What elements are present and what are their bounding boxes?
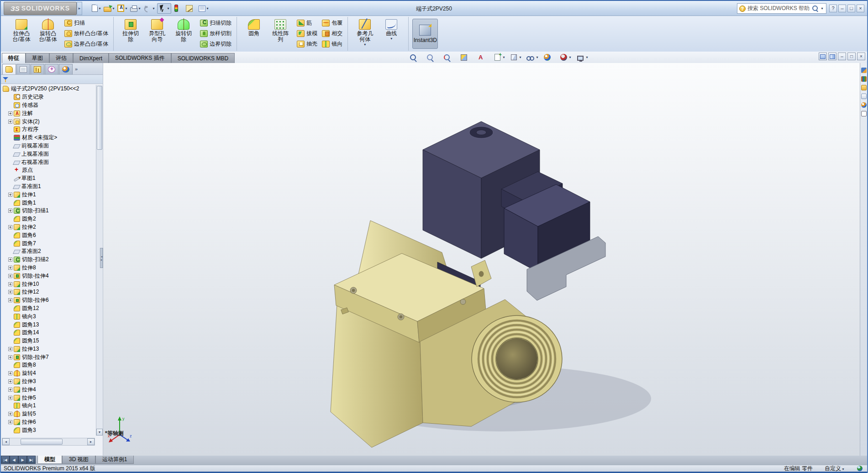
configurationmanager-tab[interactable] xyxy=(31,64,44,74)
tree-item[interactable]: 圆角3 xyxy=(3,426,95,434)
last-tab-button[interactable]: ▶| xyxy=(27,456,36,464)
propertymanager-tab[interactable] xyxy=(16,64,30,74)
boundary-cut-button[interactable]: 边界切除 xyxy=(199,39,233,49)
expand-toggle[interactable] xyxy=(8,120,12,124)
linear-pattern-button[interactable]: 线性阵 列 xyxy=(267,18,294,42)
tree-item[interactable]: 拉伸13 xyxy=(3,345,95,353)
appearances-scenes-tab[interactable] xyxy=(861,102,867,108)
loft-button[interactable]: 放样凸台/基体 xyxy=(63,28,110,38)
tree-item[interactable]: 原点 xyxy=(3,166,95,174)
viewport-split-button[interactable] xyxy=(828,53,836,60)
tree-item[interactable]: 材质 <未指定> xyxy=(3,134,95,142)
toolbar-dropdown-icon[interactable] xyxy=(166,6,170,11)
hud-dropdown-icon[interactable] xyxy=(568,55,572,59)
expand-toggle[interactable] xyxy=(8,282,12,286)
tree-item[interactable]: 圆角13 xyxy=(3,321,95,329)
tree-item[interactable]: 切除-拉伸7 xyxy=(3,353,95,361)
wrap-button[interactable]: 包覆 xyxy=(321,18,344,28)
tree-item[interactable]: 右视基准面 xyxy=(3,158,95,166)
tree-item[interactable]: 传感器 xyxy=(3,101,95,110)
undo-button[interactable] xyxy=(143,4,156,13)
tree-item[interactable]: 圆角12 xyxy=(3,305,95,313)
tree-item[interactable]: 拉伸4 xyxy=(3,385,95,394)
shell-button[interactable]: 抽壳 xyxy=(295,39,319,49)
expand-toggle[interactable] xyxy=(8,258,12,262)
revolved-cut-button[interactable]: 旋转切 除 xyxy=(170,18,197,42)
minimize-button[interactable]: – xyxy=(838,5,846,12)
doc-close-button[interactable]: × xyxy=(857,53,865,60)
view-settings-button[interactable] xyxy=(198,4,210,13)
extruded-boss-button[interactable]: 拉伸凸 台/基体 xyxy=(8,18,35,42)
tree-item[interactable]: 旋转5 xyxy=(3,410,95,418)
extruded-cut-button[interactable]: 拉伸切 除 xyxy=(117,18,144,42)
design-library-tab[interactable] xyxy=(861,76,867,82)
expand-toggle[interactable] xyxy=(8,396,12,400)
tree-item[interactable]: 拉伸12 xyxy=(3,288,95,296)
tree-item[interactable]: 圆角1 xyxy=(3,199,95,207)
threaded-port[interactable] xyxy=(472,315,562,402)
tree-item[interactable]: 圆角14 xyxy=(3,329,95,337)
options-button[interactable] xyxy=(185,4,197,13)
tree-filter-bar[interactable] xyxy=(1,75,103,84)
curves-button[interactable]: 曲线 xyxy=(378,18,405,41)
view-settings-hud-button[interactable] xyxy=(576,54,589,61)
tree-vscroll-thumb[interactable] xyxy=(97,86,102,150)
tree-vscroll-down-arrow[interactable] xyxy=(96,429,103,436)
tree-item[interactable]: 圆角4 xyxy=(3,434,95,436)
tree-item[interactable]: 拉伸10 xyxy=(3,280,95,288)
draft-button[interactable]: 拔模 xyxy=(295,28,319,38)
tree-item[interactable]: 拉伸6 xyxy=(3,418,95,426)
motion-study-tab[interactable]: 运动算例1 xyxy=(95,456,134,464)
apply-scene-button[interactable] xyxy=(559,53,573,62)
toolbar-dropdown-icon[interactable] xyxy=(152,6,156,11)
curves-dropdown-icon[interactable] xyxy=(389,37,394,41)
file-explorer-tab[interactable] xyxy=(861,85,867,90)
search-dropdown-icon[interactable] xyxy=(820,6,824,11)
expand-toggle[interactable] xyxy=(8,209,12,213)
solidworks-resources-tab[interactable] xyxy=(861,68,867,73)
tree-item[interactable]: 注解 xyxy=(3,109,95,117)
rib-button[interactable]: 筋 xyxy=(295,18,319,28)
dimxpertmanager-tab[interactable] xyxy=(45,64,58,74)
tree-horizontal-scrollbar[interactable]: ◂ ▸ xyxy=(2,438,95,446)
sweep-button[interactable]: 扫描 xyxy=(63,18,110,28)
edit-appearance-button[interactable] xyxy=(543,53,556,62)
viewport-layout-button[interactable] xyxy=(819,53,827,60)
mirror-button[interactable]: 镜向 xyxy=(321,39,344,49)
zoom-to-fit-button[interactable] xyxy=(409,53,422,62)
toolbar-dropdown-icon[interactable] xyxy=(98,6,102,11)
expand-toggle[interactable] xyxy=(8,347,12,351)
toolbar-overflow-chevron[interactable] xyxy=(77,2,82,15)
reference-geometry-button[interactable]: 参考几 何体 xyxy=(352,18,378,47)
custom-properties-tab[interactable] xyxy=(861,111,867,116)
expand-toggle[interactable] xyxy=(8,371,12,375)
boundary-boss-button[interactable]: 边界凸台/基体 xyxy=(63,39,110,49)
tree-item[interactable]: 拉伸2 xyxy=(3,223,95,231)
tree-item[interactable]: 切除-扫描2 xyxy=(3,256,95,264)
graphics-viewport[interactable]: y x z *等轴测 xyxy=(103,63,862,456)
featuremanager-tab[interactable] xyxy=(2,64,16,74)
expand-toggle[interactable] xyxy=(8,298,12,302)
tree-item[interactable]: 圆角15 xyxy=(3,337,95,345)
tree-item[interactable]: 旋转4 xyxy=(3,369,95,378)
displaymanager-tab[interactable] xyxy=(59,64,73,74)
tab-solidworks-mbd[interactable]: SOLIDWORKS MBD xyxy=(171,53,235,63)
tree-item[interactable]: 拉伸5 xyxy=(3,394,95,402)
doc-minimize-button[interactable]: – xyxy=(838,53,846,60)
print-button[interactable] xyxy=(130,4,142,13)
hud-dropdown-icon[interactable] xyxy=(535,55,539,59)
tree-hscroll-left-arrow[interactable]: ◂ xyxy=(2,438,10,445)
hud-dropdown-icon[interactable] xyxy=(502,55,506,59)
help-button[interactable]: ? xyxy=(829,5,837,12)
hide-show-items-button[interactable] xyxy=(526,53,540,62)
tab-solidworks-addins[interactable]: SOLIDWORKS 插件 xyxy=(109,53,171,63)
tree-item[interactable]: 基准面2 xyxy=(3,247,95,256)
next-tab-button[interactable]: ▶ xyxy=(18,456,27,464)
toolbar-dropdown-icon[interactable] xyxy=(124,6,128,11)
expand-toggle[interactable] xyxy=(8,388,12,392)
expand-toggle[interactable] xyxy=(8,111,12,116)
expand-toggle[interactable] xyxy=(8,225,12,229)
model-tab[interactable]: 模型 xyxy=(37,456,62,464)
zoom-to-area-button[interactable] xyxy=(426,53,439,62)
view-palette-tab[interactable] xyxy=(861,94,867,99)
